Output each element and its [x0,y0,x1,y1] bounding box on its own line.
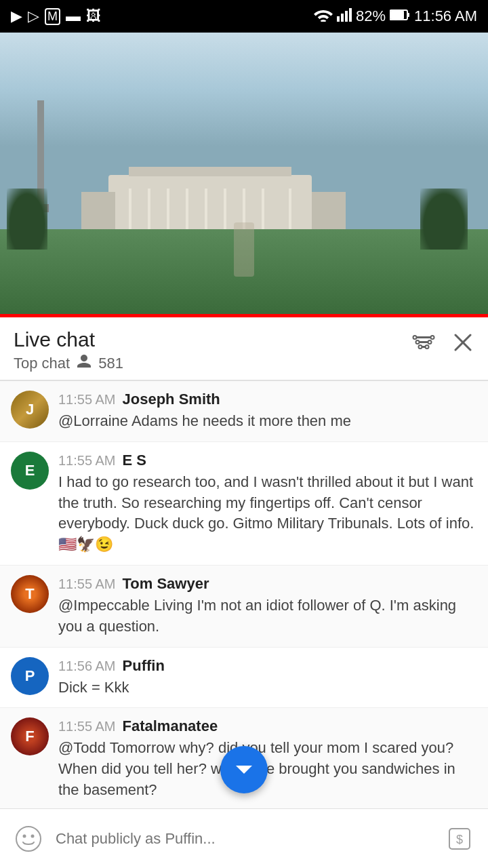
chat-message: E 11:55 AM E S I had to go research too,… [0,442,488,566]
message-meta: 11:55 AM Fatalmanatee [58,717,477,735]
chat-messages: J 11:55 AM Joseph Smith @Lorraine Adams … [0,381,488,868]
signal-icon [337,7,352,26]
youtube-icon: ▶ [11,7,22,25]
svg-rect-7 [415,336,432,338]
wifi-icon [314,7,333,26]
message-text: @Impeccable Living I'm not an idiot foll… [58,595,477,637]
battery-text: 82% [356,7,386,25]
avatar: T [11,575,49,613]
message-content: 11:56 AM Puffin Dick = Kkk [58,657,477,698]
svg-point-19 [23,834,26,837]
message-time: 11:55 AM [58,576,116,592]
message-author: Fatalmanatee [123,717,218,735]
chat-header: Live chat Top chat 581 [0,317,488,380]
svg-rect-3 [349,8,352,22]
video-player[interactable] [0,33,488,317]
svg-rect-0 [337,16,340,22]
message-time: 11:56 AM [58,658,116,674]
chat-header-right [412,331,474,357]
send-button[interactable]: $ [442,821,477,856]
top-chat-label[interactable]: Top chat [14,355,70,372]
message-content: 11:55 AM E S I had to go research too, a… [58,452,477,555]
chat-title: Live chat [14,328,123,351]
message-author: Joseph Smith [123,391,220,408]
people-icon [75,353,93,374]
message-text: Dick = Kkk [58,677,477,698]
emoji-button[interactable] [11,821,46,856]
message-meta: 11:55 AM E S [58,452,477,469]
status-bar: ▶ ▷ M ▬ 🖼 82% 11:56 AM [0,0,488,33]
svg-rect-1 [341,14,344,22]
chat-message: P 11:56 AM Puffin Dick = Kkk [0,648,488,709]
status-right-icons: 82% 11:56 AM [314,7,477,26]
svg-point-18 [16,827,41,851]
message-text: @Lorraine Adams he needs it more then me [58,411,477,432]
chat-message: J 11:55 AM Joseph Smith @Lorraine Adams … [0,381,488,442]
message-text: @Todd Tomorrow why? did you tell your mo… [58,738,477,800]
message-content: 11:55 AM Joseph Smith @Lorraine Adams he… [58,391,477,432]
svg-rect-2 [345,11,348,22]
close-button[interactable] [451,331,474,357]
avatar: P [11,657,49,695]
svg-text:$: $ [456,833,463,846]
svg-point-10 [413,336,417,339]
svg-rect-5 [407,13,409,17]
svg-point-11 [431,336,434,339]
svg-point-15 [426,345,429,349]
message-time: 11:55 AM [58,453,116,469]
chat-input-bar: $ [0,808,488,868]
message-content: 11:55 AM Fatalmanatee @Todd Tomorrow why… [58,717,477,800]
message-time: 11:55 AM [58,392,116,408]
message-content: 11:55 AM Tom Sawyer @Impeccable Living I… [58,575,477,637]
chat-input-field[interactable] [56,821,432,856]
svg-point-13 [428,340,432,344]
video-progress-bar[interactable] [0,314,488,317]
avatar: E [11,452,49,490]
svg-rect-6 [390,11,404,19]
message-author: Tom Sawyer [123,575,209,593]
chat-message: T 11:55 AM Tom Sawyer @Impeccable Living… [0,566,488,648]
message-author: E S [123,452,146,469]
message-meta: 11:56 AM Puffin [58,657,477,675]
chat-header-left: Live chat Top chat 581 [14,328,123,374]
message-meta: 11:55 AM Joseph Smith [58,391,477,408]
message-author: Puffin [123,657,165,675]
status-icons: ▶ ▷ M ▬ 🖼 [11,7,101,25]
svg-point-12 [416,340,420,344]
scroll-to-bottom-button[interactable] [220,746,268,793]
svg-point-14 [419,345,422,349]
m-icon: M [45,8,60,25]
message-text: I had to go research too, and I wasn't t… [58,472,477,555]
time-display: 11:56 AM [414,7,477,25]
svg-point-20 [31,834,35,837]
avatar: F [11,717,49,755]
chat-subtitle: Top chat 581 [14,353,123,374]
file-icon: ▬ [66,7,81,25]
filter-button[interactable] [412,331,435,357]
message-meta: 11:55 AM Tom Sawyer [58,575,477,593]
avatar: J [11,391,49,429]
battery-icon [390,7,410,25]
image-icon: 🖼 [86,7,101,25]
play-icon: ▷ [28,7,39,25]
message-time: 11:55 AM [58,719,116,734]
viewer-count: 581 [98,355,123,372]
